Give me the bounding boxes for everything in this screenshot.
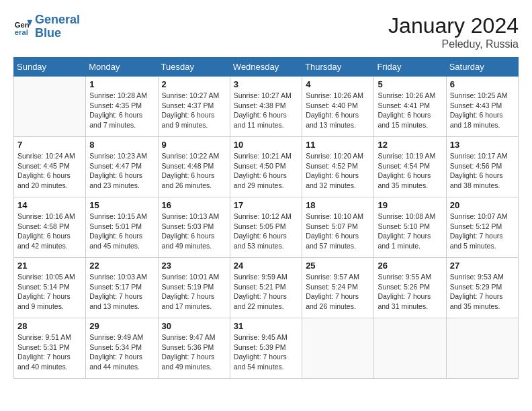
calendar-cell: 18Sunrise: 10:10 AMSunset: 5:07 PMDaylig… bbox=[302, 197, 374, 258]
calendar-cell: 11Sunrise: 10:20 AMSunset: 4:52 PMDaylig… bbox=[302, 137, 374, 197]
day-number: 26 bbox=[378, 261, 442, 271]
day-number: 8 bbox=[89, 140, 154, 150]
day-info: Sunrise: 9:53 AMSunset: 5:29 PMDaylight:… bbox=[450, 272, 515, 312]
day-info: Sunrise: 10:26 AMSunset: 4:41 PMDaylight… bbox=[378, 91, 442, 130]
day-info: Sunrise: 10:05 AMSunset: 5:14 PMDaylight… bbox=[17, 272, 82, 312]
week-row-4: 21Sunrise: 10:05 AMSunset: 5:14 PMDaylig… bbox=[14, 258, 519, 318]
calendar-cell: 25Sunrise: 9:57 AMSunset: 5:24 PMDayligh… bbox=[302, 258, 374, 318]
day-info: Sunrise: 10:28 AMSunset: 4:35 PMDaylight… bbox=[89, 91, 154, 130]
day-info: Sunrise: 10:07 AMSunset: 5:12 PMDaylight… bbox=[450, 212, 515, 251]
day-info: Sunrise: 10:01 AMSunset: 5:19 PMDaylight… bbox=[162, 272, 226, 312]
day-info: Sunrise: 9:57 AMSunset: 5:24 PMDaylight:… bbox=[306, 272, 370, 312]
page-header: Gen eral General Blue January 2024 Peled… bbox=[13, 13, 519, 50]
day-number: 20 bbox=[450, 200, 515, 210]
day-number: 4 bbox=[306, 79, 370, 89]
day-info: Sunrise: 10:15 AMSunset: 5:01 PMDaylight… bbox=[89, 212, 154, 251]
calendar-cell bbox=[446, 318, 518, 379]
day-header-tuesday: Tuesday bbox=[158, 58, 230, 77]
calendar-cell: 21Sunrise: 10:05 AMSunset: 5:14 PMDaylig… bbox=[14, 258, 86, 318]
day-number: 30 bbox=[162, 321, 226, 331]
calendar-cell: 16Sunrise: 10:13 AMSunset: 5:03 PMDaylig… bbox=[158, 197, 230, 258]
day-info: Sunrise: 10:12 AMSunset: 5:05 PMDaylight… bbox=[234, 212, 298, 251]
day-info: Sunrise: 10:27 AMSunset: 4:37 PMDaylight… bbox=[162, 91, 226, 130]
day-number: 15 bbox=[89, 200, 154, 210]
calendar-cell: 26Sunrise: 9:55 AMSunset: 5:26 PMDayligh… bbox=[374, 258, 446, 318]
day-number: 25 bbox=[306, 261, 370, 271]
calendar-cell: 12Sunrise: 10:19 AMSunset: 4:54 PMDaylig… bbox=[374, 137, 446, 197]
day-number: 23 bbox=[162, 261, 226, 271]
day-number: 1 bbox=[89, 79, 154, 89]
calendar-cell: 23Sunrise: 10:01 AMSunset: 5:19 PMDaylig… bbox=[158, 258, 230, 318]
day-number: 24 bbox=[234, 261, 298, 271]
day-number: 2 bbox=[162, 79, 226, 89]
svg-text:Gen: Gen bbox=[15, 21, 30, 29]
day-info: Sunrise: 10:26 AMSunset: 4:40 PMDaylight… bbox=[306, 91, 370, 130]
svg-text:eral: eral bbox=[15, 28, 28, 36]
day-header-monday: Monday bbox=[86, 58, 158, 77]
calendar-cell: 8Sunrise: 10:23 AMSunset: 4:47 PMDayligh… bbox=[86, 137, 158, 197]
calendar-cell: 19Sunrise: 10:08 AMSunset: 5:10 PMDaylig… bbox=[374, 197, 446, 258]
day-info: Sunrise: 9:47 AMSunset: 5:36 PMDaylight:… bbox=[162, 332, 226, 372]
day-number: 28 bbox=[17, 321, 82, 331]
day-header-sunday: Sunday bbox=[14, 58, 86, 77]
day-info: Sunrise: 10:17 AMSunset: 4:56 PMDaylight… bbox=[450, 151, 515, 191]
day-number: 21 bbox=[17, 261, 82, 271]
calendar-cell: 31Sunrise: 9:45 AMSunset: 5:39 PMDayligh… bbox=[230, 318, 302, 379]
day-number: 31 bbox=[234, 321, 298, 331]
calendar-cell: 30Sunrise: 9:47 AMSunset: 5:36 PMDayligh… bbox=[158, 318, 230, 379]
week-row-2: 7Sunrise: 10:24 AMSunset: 4:45 PMDayligh… bbox=[14, 137, 519, 197]
day-number: 16 bbox=[162, 200, 226, 210]
logo: Gen eral General Blue bbox=[13, 13, 80, 40]
title-block: January 2024 Peleduy, Russia bbox=[388, 13, 519, 50]
calendar-cell: 29Sunrise: 9:49 AMSunset: 5:34 PMDayligh… bbox=[86, 318, 158, 379]
week-row-5: 28Sunrise: 9:51 AMSunset: 5:31 PMDayligh… bbox=[14, 318, 519, 379]
calendar-cell: 9Sunrise: 10:22 AMSunset: 4:48 PMDayligh… bbox=[158, 137, 230, 197]
calendar-cell: 24Sunrise: 9:59 AMSunset: 5:21 PMDayligh… bbox=[230, 258, 302, 318]
calendar-cell: 2Sunrise: 10:27 AMSunset: 4:37 PMDayligh… bbox=[158, 77, 230, 137]
day-number: 10 bbox=[234, 140, 298, 150]
day-number: 27 bbox=[450, 261, 515, 271]
calendar-table: SundayMondayTuesdayWednesdayThursdayFrid… bbox=[13, 57, 519, 379]
day-header-friday: Friday bbox=[374, 58, 446, 77]
day-number: 14 bbox=[17, 200, 82, 210]
calendar-cell: 5Sunrise: 10:26 AMSunset: 4:41 PMDayligh… bbox=[374, 77, 446, 137]
location: Peleduy, Russia bbox=[388, 38, 519, 50]
day-info: Sunrise: 9:59 AMSunset: 5:21 PMDaylight:… bbox=[234, 272, 298, 312]
calendar-cell bbox=[302, 318, 374, 379]
day-number: 13 bbox=[450, 140, 515, 150]
day-header-saturday: Saturday bbox=[446, 58, 518, 77]
day-header-wednesday: Wednesday bbox=[230, 58, 302, 77]
day-info: Sunrise: 9:45 AMSunset: 5:39 PMDaylight:… bbox=[234, 332, 298, 372]
calendar-cell: 27Sunrise: 9:53 AMSunset: 5:29 PMDayligh… bbox=[446, 258, 518, 318]
month-title: January 2024 bbox=[388, 13, 519, 38]
logo-icon: Gen eral bbox=[13, 17, 32, 36]
day-info: Sunrise: 10:13 AMSunset: 5:03 PMDaylight… bbox=[162, 212, 226, 251]
calendar-cell: 1Sunrise: 10:28 AMSunset: 4:35 PMDayligh… bbox=[86, 77, 158, 137]
logo-text-line2: Blue bbox=[35, 27, 80, 40]
day-info: Sunrise: 10:20 AMSunset: 4:52 PMDaylight… bbox=[306, 151, 370, 191]
day-info: Sunrise: 10:21 AMSunset: 4:50 PMDaylight… bbox=[234, 151, 298, 191]
day-info: Sunrise: 10:24 AMSunset: 4:45 PMDaylight… bbox=[17, 151, 82, 191]
day-info: Sunrise: 9:51 AMSunset: 5:31 PMDaylight:… bbox=[17, 332, 82, 372]
calendar-cell: 3Sunrise: 10:27 AMSunset: 4:38 PMDayligh… bbox=[230, 77, 302, 137]
day-number: 11 bbox=[306, 140, 370, 150]
calendar-cell: 10Sunrise: 10:21 AMSunset: 4:50 PMDaylig… bbox=[230, 137, 302, 197]
day-number: 12 bbox=[378, 140, 442, 150]
day-info: Sunrise: 10:25 AMSunset: 4:43 PMDaylight… bbox=[450, 91, 515, 130]
day-number: 29 bbox=[89, 321, 154, 331]
day-info: Sunrise: 10:23 AMSunset: 4:47 PMDaylight… bbox=[89, 151, 154, 191]
calendar-cell: 13Sunrise: 10:17 AMSunset: 4:56 PMDaylig… bbox=[446, 137, 518, 197]
calendar-header-row: SundayMondayTuesdayWednesdayThursdayFrid… bbox=[14, 58, 519, 77]
day-info: Sunrise: 9:55 AMSunset: 5:26 PMDaylight:… bbox=[378, 272, 442, 312]
day-info: Sunrise: 10:19 AMSunset: 4:54 PMDaylight… bbox=[378, 151, 442, 191]
calendar-cell: 4Sunrise: 10:26 AMSunset: 4:40 PMDayligh… bbox=[302, 77, 374, 137]
day-number: 9 bbox=[162, 140, 226, 150]
calendar-cell: 15Sunrise: 10:15 AMSunset: 5:01 PMDaylig… bbox=[86, 197, 158, 258]
calendar-cell: 28Sunrise: 9:51 AMSunset: 5:31 PMDayligh… bbox=[14, 318, 86, 379]
day-number: 5 bbox=[378, 79, 442, 89]
day-info: Sunrise: 10:27 AMSunset: 4:38 PMDaylight… bbox=[234, 91, 298, 130]
day-number: 19 bbox=[378, 200, 442, 210]
day-number: 7 bbox=[17, 140, 82, 150]
calendar-cell: 22Sunrise: 10:03 AMSunset: 5:17 PMDaylig… bbox=[86, 258, 158, 318]
calendar-cell bbox=[374, 318, 446, 379]
